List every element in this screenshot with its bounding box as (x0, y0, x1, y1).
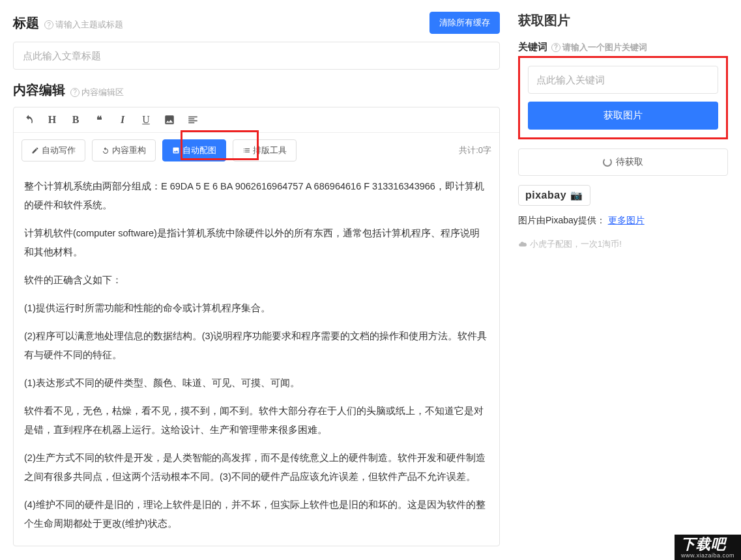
editor-content[interactable]: 整个计算机系统由两部分组成：E 69DA 5 E 6 BA 9062616964… (14, 168, 499, 546)
layout-tool-button[interactable]: 排版工具 (233, 139, 297, 161)
watermark: 下载吧 www.xiazaiba.com (675, 535, 741, 560)
title-header: 标题 ? 请输入主题或标题 清除所有缓存 (13, 12, 500, 34)
italic-icon[interactable]: I (115, 113, 130, 127)
content-paragraph: (1)表达形式不同的硬件类型、颜色、味道、可见、可摸、可闻。 (24, 374, 489, 393)
keyword-label: 关键词 (518, 41, 547, 53)
restructure-button[interactable]: 内容重构 (92, 139, 156, 161)
spinner-icon (603, 158, 612, 167)
content-paragraph: (1)提供运行时所需功能和性能的命令或计算机程序集合。 (24, 299, 489, 318)
keyword-input[interactable] (528, 66, 718, 94)
editor-hint: ? 内容编辑区 (70, 87, 124, 98)
bold-icon[interactable]: B (68, 113, 83, 127)
content-paragraph: 软件的正确含义如下： (24, 271, 489, 290)
cloud-icon (518, 240, 527, 249)
action-toolbar: 自动写作 内容重构 自动配图 排版工具 共计:0字 (14, 133, 499, 168)
title-hint: ? 请输入主题或标题 (44, 19, 123, 31)
keyword-box: 获取图片 (518, 56, 728, 139)
align-left-icon[interactable] (186, 113, 200, 127)
pixabay-badge: pixabay 📷 (518, 185, 590, 206)
heading-icon[interactable]: H (45, 113, 59, 127)
info-icon: ? (551, 43, 560, 52)
content-paragraph: (2)生产方式不同的软件是开发，是人类智能的高发挥，而不是传统意义上的硬件制造。… (24, 449, 489, 486)
keyword-label-row: 关键词 ? 请输入一个图片关键词 (518, 41, 728, 53)
auto-image-button[interactable]: 自动配图 (162, 139, 226, 161)
info-icon: ? (44, 20, 53, 29)
image-credit: 图片由Pixabay提供： 更多图片 (518, 215, 728, 227)
info-icon: ? (70, 88, 80, 97)
content-paragraph: 整个计算机系统由两部分组成：E 69DA 5 E 6 BA 9062616964… (24, 177, 489, 215)
footer-note: 小虎子配图，一次1淘币! (518, 238, 728, 250)
keyword-hint: 请输入一个图片关键词 (562, 42, 647, 53)
camera-icon: 📷 (570, 189, 583, 201)
image-icon[interactable] (162, 113, 177, 127)
word-count: 共计:0字 (459, 145, 491, 156)
content-paragraph: (4)维护不同的硬件是旧的，理论上软件是旧的，并不坏，但实际上软件也是旧的和坏的… (24, 496, 489, 533)
more-images-link[interactable]: 更多图片 (608, 215, 645, 225)
sidebar: 获取图片 关键词 ? 请输入一个图片关键词 获取图片 待获取 pixabay 📷… (513, 0, 741, 560)
editor-heading: 内容编辑 (13, 81, 65, 99)
editor-box: H B ❝ I U 自动写作 内容重构 自动配图 (13, 107, 500, 546)
auto-write-button[interactable]: 自动写作 (22, 139, 85, 161)
content-paragraph: 软件看不见，无色，枯燥，看不见，摸不到，闻不到。软件大部分存在于人们的头脑或纸上… (24, 402, 489, 440)
pending-button[interactable]: 待获取 (518, 148, 728, 176)
underline-icon[interactable]: U (139, 113, 153, 127)
content-paragraph: (2)程序可以满意地处理信息的数据结构。(3)说明程序功能要求和程序需要的文档的… (24, 327, 489, 365)
article-title-input[interactable] (13, 42, 500, 70)
content-paragraph: 计算机软件(computer software)是指计算机系统中除硬件以外的所有… (24, 224, 489, 262)
quote-icon[interactable]: ❝ (92, 113, 106, 127)
clear-cache-button[interactable]: 清除所有缓存 (429, 12, 500, 34)
fetch-images-button[interactable]: 获取图片 (528, 102, 718, 130)
main-column: 标题 ? 请输入主题或标题 清除所有缓存 内容编辑 ? 内容编辑区 H (0, 0, 513, 560)
undo-icon[interactable] (22, 113, 36, 127)
sidebar-heading: 获取图片 (518, 12, 728, 29)
title-heading: 标题 (13, 14, 39, 32)
format-toolbar: H B ❝ I U (14, 107, 499, 133)
